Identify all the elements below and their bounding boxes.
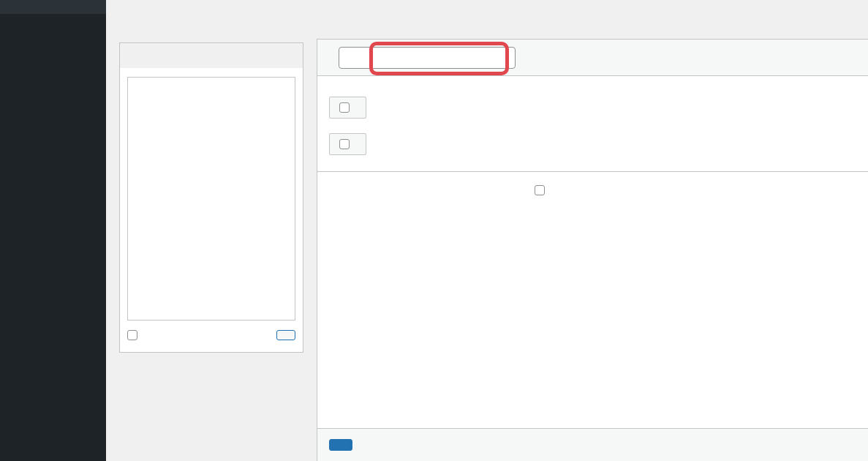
- pages-checkbox-list: [127, 77, 295, 321]
- menu-structure-footer: [317, 428, 868, 461]
- appearance-submenu: [0, 0, 106, 14]
- pages-panel-header[interactable]: [120, 43, 303, 68]
- checkbox-icon[interactable]: [339, 102, 350, 113]
- display-location-label: [329, 202, 535, 203]
- add-menu-items-column: [119, 42, 303, 353]
- admin-sidebar: [0, 0, 106, 461]
- pages-panel-footer: [120, 321, 303, 352]
- display-location-row: [329, 202, 856, 203]
- auto-add-pages-checkbox[interactable]: [535, 185, 551, 195]
- menu-structure-panel: [317, 39, 868, 461]
- add-to-menu-button[interactable]: [276, 330, 295, 340]
- pages-panel-body: [120, 77, 303, 352]
- menu-name-row: [317, 40, 868, 76]
- section-divider: [317, 171, 868, 172]
- checkbox-icon[interactable]: [339, 139, 350, 149]
- auto-add-pages-row: [329, 185, 856, 195]
- bulk-select-toggle-bottom[interactable]: [329, 133, 366, 155]
- bulk-select-toggle-top[interactable]: [329, 97, 366, 119]
- menu-name-input[interactable]: [339, 47, 516, 69]
- save-menu-button[interactable]: [329, 439, 352, 451]
- checkbox-icon[interactable]: [535, 185, 545, 195]
- checkbox-icon[interactable]: [127, 330, 137, 340]
- pages-panel: [119, 42, 303, 353]
- auto-add-pages-label: [329, 185, 535, 195]
- menu-structure-body: [317, 76, 868, 203]
- select-all-checkbox[interactable]: [127, 330, 143, 340]
